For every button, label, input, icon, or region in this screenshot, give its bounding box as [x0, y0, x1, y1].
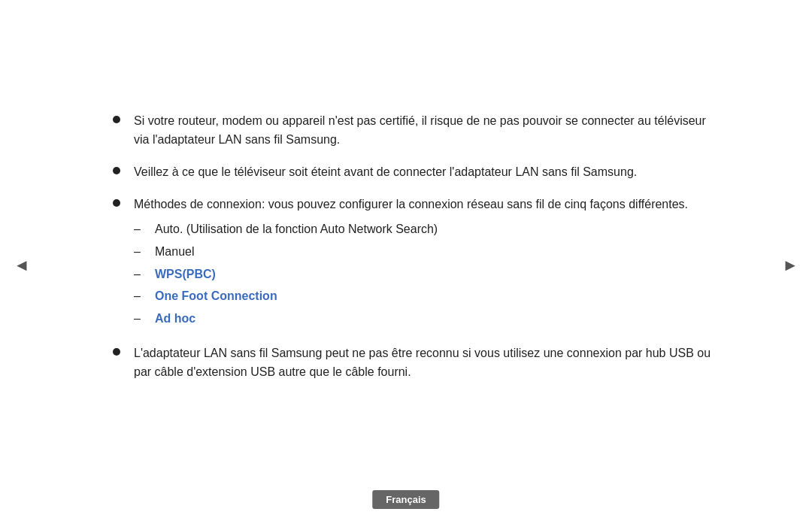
- nav-arrow-right[interactable]: ►: [782, 256, 798, 275]
- list-item: – Manuel: [134, 242, 714, 262]
- one-foot-connection-link[interactable]: One Foot Connection: [155, 286, 277, 306]
- bullet-dot: [113, 199, 120, 207]
- bullet-text: Veillez à ce que le téléviseur soit étei…: [134, 163, 714, 182]
- sub-dash: –: [134, 286, 147, 306]
- list-item: – One Foot Connection: [134, 286, 714, 306]
- list-item: L'adaptateur LAN sans fil Samsung peut n…: [113, 344, 714, 382]
- bullet-dot: [113, 348, 120, 356]
- sub-dash: –: [134, 242, 147, 262]
- content-area: Si votre routeur, modem ou appareil n'es…: [68, 89, 744, 418]
- sub-item-text: Auto. (Utilisation de la fonction Auto N…: [155, 220, 438, 239]
- list-item: – Auto. (Utilisation de la fonction Auto…: [134, 220, 714, 239]
- sub-list: – Auto. (Utilisation de la fonction Auto…: [134, 220, 714, 328]
- sub-dash: –: [134, 265, 147, 284]
- bullet-text: Si votre routeur, modem ou appareil n'es…: [134, 112, 714, 150]
- page-container: ◄ Si votre routeur, modem ou appareil n'…: [0, 0, 812, 530]
- sub-dash: –: [134, 220, 147, 239]
- sub-dash: –: [134, 309, 147, 329]
- bullet-dot: [113, 167, 120, 174]
- language-badge: Français: [372, 490, 439, 509]
- list-item: Veillez à ce que le téléviseur soit étei…: [113, 163, 714, 182]
- nav-arrow-left[interactable]: ◄: [14, 256, 30, 275]
- list-item: – WPS(PBC): [134, 265, 714, 284]
- wps-pbc-link[interactable]: WPS(PBC): [155, 265, 216, 284]
- bullet-text: L'adaptateur LAN sans fil Samsung peut n…: [134, 344, 714, 382]
- bullet-list: Si votre routeur, modem ou appareil n'es…: [113, 112, 714, 382]
- list-item: – Ad hoc: [134, 309, 714, 329]
- sub-item-text: Manuel: [155, 242, 194, 262]
- list-item: Si votre routeur, modem ou appareil n'es…: [113, 112, 714, 150]
- ad-hoc-link[interactable]: Ad hoc: [155, 309, 195, 329]
- list-item: Méthodes de connexion: vous pouvez confi…: [113, 195, 714, 332]
- bullet-text-with-subs: Méthodes de connexion: vous pouvez confi…: [134, 195, 714, 332]
- bullet-dot: [113, 116, 120, 123]
